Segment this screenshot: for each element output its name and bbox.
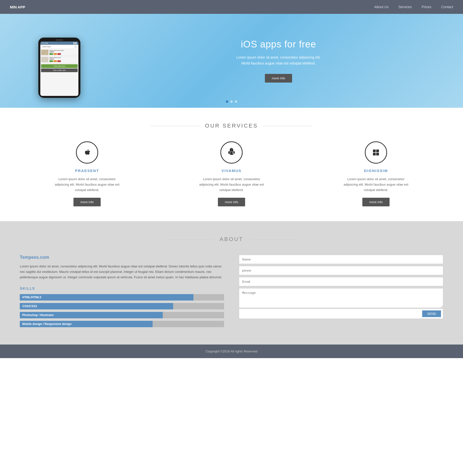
- form-message-input[interactable]: [239, 288, 443, 308]
- nav-links: About Us Services Prices Contact: [374, 5, 453, 9]
- phone-top-bar: [40, 40, 78, 41]
- phone-btn-click: Click here now: [41, 64, 78, 68]
- service-card-praesent: PRAESENT Lorem ipsum dolor sit amet, con…: [52, 141, 122, 206]
- skill-photoshop: Photoshop / Illustrator: [20, 312, 224, 318]
- service-name-vivamus: VIVAMUS: [197, 169, 266, 173]
- form-phone-input[interactable]: [239, 266, 443, 275]
- services-section: OUR SERVICES PRAESENT Lorem ipsum dolor …: [0, 108, 463, 221]
- service-desc-dignissim: Lorem ipsum dolor sit amet, consectetur …: [341, 176, 411, 193]
- hero-content: iOS apps for free Lorem ipsum dolor sit …: [99, 39, 443, 83]
- skill-html: HTML/HTML5: [20, 294, 224, 301]
- phone-item-2: Kitchen Kitchi Kutchi 2513 $: [40, 56, 78, 63]
- hero-dot-2[interactable]: [230, 100, 233, 103]
- phone-search-text: kitchen kitchi: [42, 46, 51, 48]
- skill-css: CSS/CSS3: [20, 303, 224, 309]
- skill-mobile: Mobile design / Responsive design: [20, 321, 224, 327]
- nav-item-about[interactable]: About Us: [374, 5, 389, 9]
- hero-dot-3[interactable]: [235, 100, 237, 103]
- about-content: Tempees.com Lorem ipsum dolor sit amet, …: [20, 255, 443, 329]
- service-card-dignissim: DIGNISSIM Lorem ipsum dolor sit amet, co…: [341, 141, 411, 206]
- service-card-vivamus: VIVAMUS Lorem ipsum dolor sit amet, cons…: [197, 141, 266, 206]
- nav-link-about[interactable]: About Us: [374, 5, 389, 9]
- phone-item-details-1: Kitchen lorem ipsum dolor 1248 $: [49, 50, 64, 55]
- service-desc-vivamus: Lorem ipsum dolor sit amet, consectetur …: [197, 176, 266, 193]
- phone-item-details-2: Kitchen Kitchi Kutchi 2513 $: [49, 57, 61, 62]
- about-section: ABOUT Tempees.com Lorem ipsum dolor sit …: [0, 221, 463, 344]
- footer-copyright: Copyright ©2018 All rights Reserved: [206, 349, 257, 353]
- phone-time: 9:41 AM: [42, 42, 48, 44]
- phone-screen: 9:41 AM ▌▌▌ kitchen kitchi 🔍 Kitchen lor…: [40, 42, 78, 96]
- hero-dots: [226, 100, 237, 103]
- windows-icon: [365, 141, 387, 164]
- phone-item-1: Kitchen lorem ipsum dolor 1248 $: [40, 49, 78, 56]
- apple-icon: [76, 141, 98, 164]
- service-name-praesent: PRAESENT: [52, 169, 122, 173]
- about-right: SEND: [239, 255, 443, 329]
- service-more-info-vivamus[interactable]: more info: [218, 198, 245, 206]
- phone-signal: ▌▌▌: [73, 42, 77, 44]
- hero-section: 9:41 AM ▌▌▌ kitchen kitchi 🔍 Kitchen lor…: [0, 14, 463, 108]
- about-section-title: ABOUT: [20, 236, 443, 242]
- phone-btn-after: This is after click: [41, 68, 78, 72]
- service-more-info-praesent[interactable]: more info: [73, 198, 101, 206]
- phone-screen-header: 9:41 AM ▌▌▌: [40, 42, 78, 45]
- form-email-input[interactable]: [239, 277, 443, 286]
- phone-speaker: [56, 40, 63, 41]
- form-name-input[interactable]: [239, 255, 443, 264]
- android-icon: [220, 141, 243, 164]
- services-grid: PRAESENT Lorem ipsum dolor sit amet, con…: [20, 141, 443, 206]
- navbar: MIN APP About Us Services Prices Contact: [0, 0, 463, 14]
- hero-cta-button[interactable]: more info: [265, 74, 292, 83]
- skill-css-fill: CSS/CSS3: [20, 303, 173, 309]
- form-footer: SEND: [239, 309, 443, 319]
- phone-search-icon: 🔍: [75, 46, 76, 48]
- nav-item-contact[interactable]: Contact: [441, 5, 453, 9]
- hero-phone-area: 9:41 AM ▌▌▌ kitchen kitchi 🔍 Kitchen lor…: [20, 24, 99, 98]
- service-more-info-dignissim[interactable]: more info: [362, 198, 390, 206]
- nav-link-contact[interactable]: Contact: [441, 5, 453, 9]
- hero-title: iOS apps for free: [114, 39, 443, 50]
- form-send-button[interactable]: SEND: [422, 310, 441, 317]
- about-description: Lorem ipsum dolor sit amet, consectetur …: [20, 264, 224, 280]
- services-section-title: OUR SERVICES: [20, 123, 443, 129]
- phone-item-img-2: [41, 57, 48, 62]
- skill-mobile-fill: Mobile design / Responsive design: [20, 321, 153, 327]
- about-left: Tempees.com Lorem ipsum dolor sit amet, …: [20, 255, 224, 329]
- nav-link-prices[interactable]: Prices: [422, 5, 431, 9]
- footer: Copyright ©2018 All rights Reserved: [0, 345, 463, 358]
- phone-mockup: 9:41 AM ▌▌▌ kitchen kitchi 🔍 Kitchen lor…: [38, 38, 80, 98]
- service-desc-praesent: Lorem ipsum dolor sit amet, consectetur …: [52, 176, 122, 193]
- skill-photoshop-fill: Photoshop / Illustrator: [20, 312, 163, 318]
- service-name-dignissim: DIGNISSIM: [341, 169, 411, 173]
- company-name: Tempees.com: [20, 255, 224, 260]
- phone-search-bar: kitchen kitchi 🔍: [41, 45, 78, 48]
- nav-item-prices[interactable]: Prices: [422, 5, 431, 9]
- nav-link-services[interactable]: Services: [398, 5, 412, 9]
- nav-item-services[interactable]: Services: [398, 5, 412, 9]
- hero-dot-1[interactable]: [226, 100, 228, 103]
- skills-title: SKILLS: [20, 286, 224, 290]
- nav-logo: MIN APP: [10, 5, 374, 9]
- hero-description: Lorem ipsum dolor sit amet, consectetur …: [114, 55, 443, 66]
- skill-html-fill: HTML/HTML5: [20, 294, 193, 301]
- phone-item-img-1: [41, 50, 48, 55]
